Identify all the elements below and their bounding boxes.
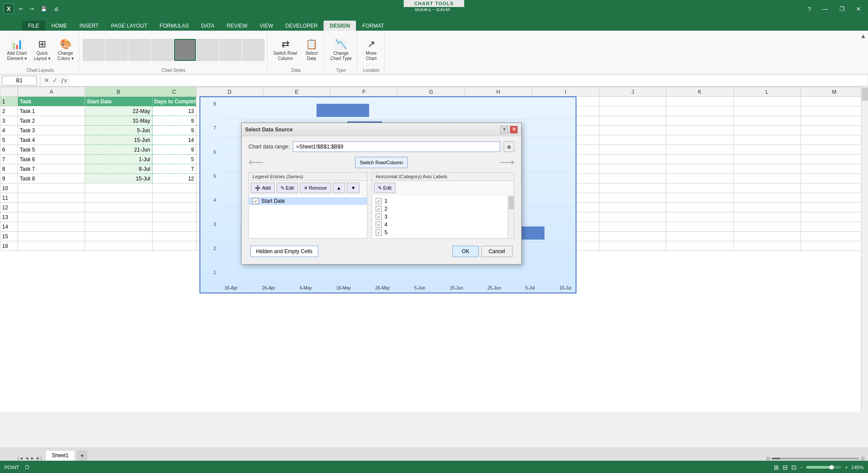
legend-edit-btn[interactable]: ✎ Edit bbox=[277, 183, 298, 193]
axis-item-1[interactable]: 1 bbox=[372, 197, 508, 205]
add-sheet-btn[interactable]: + bbox=[77, 450, 87, 461]
chart-style-8[interactable] bbox=[242, 39, 264, 61]
maximize-btn[interactable]: ❐ bbox=[836, 5, 848, 13]
page-break-icon[interactable]: ⊡ bbox=[791, 464, 797, 471]
col-header-I[interactable]: I bbox=[532, 87, 599, 97]
scroll-track[interactable] bbox=[772, 458, 859, 459]
cell-A8[interactable]: Task 7 bbox=[18, 164, 85, 174]
cell-A3[interactable]: Task 2 bbox=[18, 116, 85, 126]
cell-A5[interactable]: Task 4 bbox=[18, 135, 85, 145]
sheet-nav-next[interactable]: ► bbox=[30, 455, 35, 461]
cell-C6[interactable]: 9 bbox=[152, 145, 196, 155]
cell-C8[interactable]: 7 bbox=[152, 164, 196, 174]
tab-format[interactable]: FORMAT bbox=[356, 21, 390, 31]
save-btn[interactable]: 💾 bbox=[39, 5, 49, 13]
close-btn[interactable]: ✕ bbox=[853, 5, 864, 13]
legend-down-btn[interactable]: ▼ bbox=[347, 183, 359, 193]
tab-home[interactable]: HOME bbox=[45, 21, 73, 31]
cell-B7[interactable]: 1-Jul bbox=[85, 155, 152, 164]
axis-edit-btn[interactable]: ✎ Edit bbox=[374, 183, 395, 193]
axis-item-2[interactable]: 2 bbox=[372, 205, 508, 213]
name-box[interactable] bbox=[2, 76, 37, 85]
redo-btn[interactable]: ↪ bbox=[28, 5, 36, 13]
cell-B2[interactable]: 22-May bbox=[85, 106, 152, 116]
chart-style-6[interactable] bbox=[197, 39, 219, 61]
zoom-plus[interactable]: + bbox=[845, 465, 847, 470]
dialog-ok-btn[interactable]: OK bbox=[452, 246, 478, 257]
chart-style-7[interactable] bbox=[220, 39, 242, 61]
normal-view-icon[interactable]: ⊞ bbox=[774, 464, 779, 471]
cell-C9[interactable]: 12 bbox=[152, 174, 196, 184]
axis-scrollbar[interactable] bbox=[508, 195, 514, 238]
sheet-nav-prev[interactable]: ◄ bbox=[25, 455, 29, 461]
cell-A1[interactable]: Task bbox=[18, 97, 85, 106]
cell-C1[interactable]: Days to Complete bbox=[152, 97, 196, 106]
cell-B8[interactable]: 8-Jul bbox=[85, 164, 152, 174]
col-header-C[interactable]: C bbox=[152, 87, 196, 97]
formula-input[interactable] bbox=[70, 76, 866, 85]
col-header-F[interactable]: F bbox=[331, 87, 398, 97]
axis-checkbox-4[interactable] bbox=[376, 222, 382, 228]
col-header-L[interactable]: L bbox=[733, 87, 800, 97]
chart-style-1[interactable] bbox=[83, 39, 105, 61]
minimize-btn[interactable]: — bbox=[819, 5, 832, 13]
change-colors-btn[interactable]: 🎨 ChangeColors ▾ bbox=[55, 37, 76, 63]
tab-design[interactable]: DESIGN bbox=[324, 21, 356, 31]
cell-A6[interactable]: Task 5 bbox=[18, 145, 85, 155]
axis-checkbox-2[interactable] bbox=[376, 206, 382, 212]
cell-A7[interactable]: Task 6 bbox=[18, 155, 85, 164]
axis-item-5[interactable]: 5 bbox=[372, 229, 508, 236]
chart-data-range-input[interactable] bbox=[293, 141, 500, 152]
axis-checkbox-1[interactable] bbox=[376, 198, 382, 204]
chart-style-3[interactable] bbox=[128, 39, 150, 61]
sheet-nav-last[interactable]: ►| bbox=[36, 455, 42, 461]
col-header-J[interactable]: J bbox=[599, 87, 666, 97]
zoom-thumb[interactable] bbox=[829, 465, 834, 469]
cell-B5[interactable]: 15-Jun bbox=[85, 135, 152, 145]
change-chart-type-btn[interactable]: 📉 ChangeChart Type bbox=[328, 37, 355, 63]
cell-A2[interactable]: Task 1 bbox=[18, 106, 85, 116]
cell-K1[interactable] bbox=[666, 97, 733, 106]
switch-row-column-btn[interactable]: Switch Row/Column bbox=[355, 157, 408, 168]
dialog-help-btn[interactable]: ? bbox=[500, 126, 508, 134]
legend-add-btn[interactable]: ➕ Add bbox=[251, 183, 275, 193]
cell-C3[interactable]: 9 bbox=[152, 116, 196, 126]
sheet-tab-sheet1[interactable]: Sheet1 bbox=[45, 450, 75, 461]
insert-function-icon[interactable]: ƒx bbox=[60, 76, 68, 85]
select-data-btn[interactable]: 📋 SelectData bbox=[302, 37, 321, 63]
col-header-M[interactable]: M bbox=[800, 87, 868, 97]
col-header-K[interactable]: K bbox=[666, 87, 733, 97]
tab-insert[interactable]: INSERT bbox=[73, 21, 105, 31]
legend-remove-btn[interactable]: ✕ Remove bbox=[300, 183, 331, 193]
confirm-formula-icon[interactable]: ✓ bbox=[52, 76, 58, 85]
quick-layout-btn[interactable]: ⊞ QuickLayout ▾ bbox=[31, 37, 53, 63]
cell-B4[interactable]: 5-Jun bbox=[85, 126, 152, 135]
col-header-E[interactable]: E bbox=[263, 87, 330, 97]
legend-up-btn[interactable]: ▲ bbox=[333, 183, 345, 193]
chart-style-2[interactable] bbox=[106, 39, 128, 61]
col-header-G[interactable]: G bbox=[398, 87, 465, 97]
cell-B9[interactable]: 15-Jul bbox=[85, 174, 152, 184]
tab-file[interactable]: FILE bbox=[22, 21, 45, 31]
zoom-slider[interactable] bbox=[806, 466, 841, 469]
cell-C7[interactable]: 5 bbox=[152, 155, 196, 164]
tab-review[interactable]: REVIEW bbox=[221, 21, 253, 31]
tab-page-layout[interactable]: PAGE LAYOUT bbox=[105, 21, 153, 31]
range-select-btn[interactable]: ⊞ bbox=[504, 141, 514, 152]
axis-checkbox-3[interactable] bbox=[376, 214, 382, 220]
chart-style-5[interactable] bbox=[174, 39, 196, 61]
undo-btn[interactable]: ↩ bbox=[17, 5, 25, 13]
tab-data[interactable]: DATA bbox=[195, 21, 221, 31]
axis-checkbox-5[interactable] bbox=[376, 229, 382, 236]
dialog-cancel-btn[interactable]: Cancel bbox=[481, 246, 512, 257]
sheet-nav-first[interactable]: |◄ bbox=[18, 455, 24, 461]
print-btn[interactable]: 🖨 bbox=[52, 5, 61, 12]
col-header-D[interactable]: D bbox=[196, 87, 263, 97]
cell-B6[interactable]: 21-Jun bbox=[85, 145, 152, 155]
add-chart-element-btn[interactable]: 📊 Add ChartElement ▾ bbox=[4, 37, 29, 63]
cell-A4[interactable]: Task 3 bbox=[18, 126, 85, 135]
cell-A9[interactable]: Task 8 bbox=[18, 174, 85, 184]
cell-B3[interactable]: 31-May bbox=[85, 116, 152, 126]
switch-row-col-btn[interactable]: ⇄ Switch Row/Column bbox=[271, 37, 300, 63]
help-btn[interactable]: ? bbox=[804, 5, 815, 13]
